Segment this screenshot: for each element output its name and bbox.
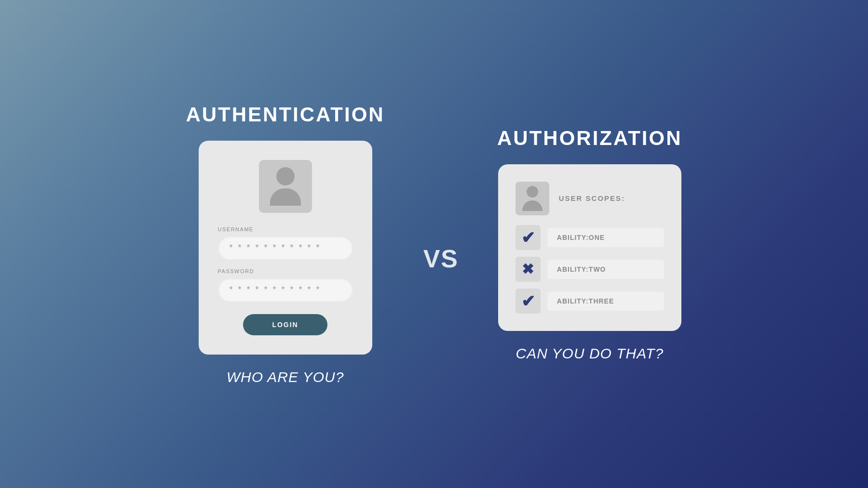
scope-checkbox-ability-one: ✔: [515, 225, 541, 250]
avatar-head: [276, 167, 295, 185]
scope-label-ability-one: ABILITY:ONE: [547, 228, 664, 247]
authz-avatar-head: [527, 186, 538, 198]
authentication-subtitle: WHO ARE YOU?: [227, 369, 344, 385]
username-label: USERNAME: [218, 226, 254, 232]
authorization-title: AUTHORIZATION: [497, 127, 682, 150]
checkmark-icon-one: ✔: [521, 229, 535, 246]
scope-row-ability-one: ✔ ABILITY:ONE: [515, 225, 664, 250]
user-scopes-label: USER SCOPES:: [559, 194, 625, 202]
scope-label-ability-two: ABILITY:TWO: [547, 260, 664, 279]
user-icon: [270, 167, 301, 206]
authz-avatar-body: [522, 200, 542, 211]
login-button[interactable]: LOGIN: [243, 314, 327, 335]
authentication-title: AUTHENTICATION: [186, 103, 384, 126]
authz-user-icon: [522, 186, 542, 211]
scope-row-ability-three: ✔ ABILITY:THREE: [515, 289, 664, 314]
authentication-section: AUTHENTICATION USERNAME PASSWORD LOGIN W…: [186, 103, 384, 385]
scope-checkbox-ability-two: ✖: [515, 257, 541, 282]
scope-checkbox-ability-three: ✔: [515, 289, 541, 314]
authorization-section: AUTHORIZATION USER SCOPES: ✔ ABILITY:ONE: [497, 127, 682, 362]
xmark-icon-two: ✖: [522, 262, 534, 277]
authentication-card: USERNAME PASSWORD LOGIN: [199, 141, 372, 355]
scope-label-ability-three: ABILITY:THREE: [547, 291, 664, 311]
authorization-card: USER SCOPES: ✔ ABILITY:ONE ✖ ABILITY:TWO…: [498, 164, 681, 331]
authorization-subtitle: CAN YOU DO THAT?: [515, 345, 664, 362]
main-container: AUTHENTICATION USERNAME PASSWORD LOGIN W…: [0, 0, 868, 488]
vs-separator: VS: [423, 244, 459, 273]
password-input[interactable]: [218, 278, 353, 302]
checkmark-icon-three: ✔: [521, 293, 535, 309]
auth-avatar: [259, 160, 312, 213]
authz-avatar: [515, 182, 549, 215]
avatar-body: [270, 188, 301, 206]
authz-header: USER SCOPES:: [515, 182, 625, 215]
scope-row-ability-two: ✖ ABILITY:TWO: [515, 257, 664, 282]
password-label: PASSWORD: [218, 268, 254, 274]
username-input[interactable]: [218, 236, 353, 260]
